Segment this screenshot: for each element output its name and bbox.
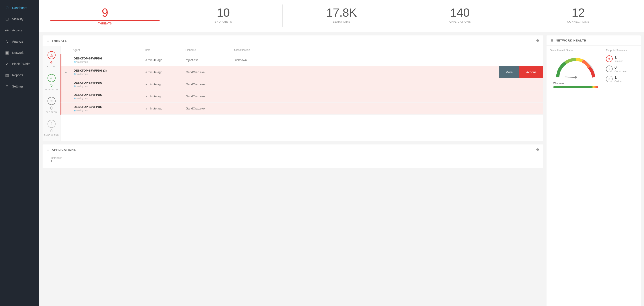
summary-online: ◎ 1 Online (606, 75, 637, 83)
threats-panel-header: ⊞ THREATS ⚙ (42, 36, 543, 46)
table-row[interactable]: DESKTOP-S7VFPDG ⊞ workgroup a minute ago… (60, 90, 543, 103)
expand-icon[interactable]: ▶ (65, 71, 74, 74)
table-row[interactable]: DESKTOP-S7VFPDG ⊞ workgroup a minute ago… (60, 54, 543, 66)
severity-sidebar: ⚠ 4 ACTIVE ✓ 5 MITIGATED ✕ 0 BLOCKED (42, 46, 60, 141)
sidebar-label-analyze: Analyze (12, 40, 23, 43)
stat-behaviors[interactable]: 17.8K BEHAVIORS (282, 5, 401, 27)
sidebar-label-settings: Settings (12, 85, 24, 88)
stat-threats[interactable]: 9 THREATS (46, 5, 164, 27)
svg-line-0 (565, 77, 576, 77)
stat-connections[interactable]: 12 CONNECTIONS (519, 5, 637, 27)
agent-cell: DESKTOP-S7VFPDG ⊞ workgroup (74, 57, 146, 63)
agent-name: DESKTOP-S7VFPDG (74, 57, 146, 60)
threats-panel: ⊞ THREATS ⚙ ⚠ 4 ACTIVE ✓ (42, 36, 543, 141)
filename-cell: GandCrab.exe (186, 71, 235, 74)
online-icon: ◎ (606, 76, 613, 82)
instances-value: 1 (51, 160, 535, 163)
sidebar-item-settings[interactable]: ≡ Settings (0, 81, 39, 92)
network-health-panel: ⊞ NETWORK HEALTH Overall Health Status (546, 36, 641, 306)
col-time: Time (144, 49, 185, 52)
filename-cell: GandCrab.exe (186, 83, 235, 86)
action-buttons: More Actions (499, 66, 543, 78)
endpoint-summary: Endpoint Summary ☣ 1 Infected ↻ 0 Out of… (606, 49, 637, 91)
severity-suspicious[interactable]: ? 0 SUSPICIOUS (42, 117, 60, 139)
behaviors-number: 17.8K (287, 7, 396, 19)
windows-label: Windows (553, 82, 598, 85)
infected-info: 1 Infected (614, 55, 623, 62)
sidebar-label-activity: Activity (12, 29, 22, 32)
threats-title-text: THREATS (52, 39, 67, 42)
stat-endpoints[interactable]: 10 ENDPOINTS (164, 5, 282, 27)
agent-group: ⊞ workgroup (74, 97, 146, 100)
connections-label: CONNECTIONS (524, 20, 633, 23)
table-row[interactable]: DESKTOP-S7VFPDG ⊞ workgroup a minute ago… (60, 103, 543, 115)
sidebar-item-network[interactable]: ▣ Network (0, 47, 39, 58)
sidebar: ⊙ Dashboard ⊡ Visibility ◎ Activity ∿ An… (0, 0, 39, 306)
left-section: ⊞ THREATS ⚙ ⚠ 4 ACTIVE ✓ (39, 32, 546, 306)
network-icon: ▣ (4, 50, 10, 55)
behaviors-label: BEHAVIORS (287, 20, 396, 23)
applications-label: APPLICATIONS (405, 20, 514, 23)
sidebar-item-analyze[interactable]: ∿ Analyze (0, 36, 39, 47)
online-label: Online (614, 80, 622, 83)
mitigated-icon: ✓ (48, 74, 56, 82)
apps-header: ⊞ APPLICATIONS ⚙ (46, 148, 539, 152)
severity-mitigated[interactable]: ✓ 5 MITIGATED (42, 71, 60, 93)
blackwhite-icon: ✓ (4, 62, 10, 66)
sidebar-item-blackwhite[interactable]: ✓ Black / White (0, 58, 39, 70)
apps-title-text: APPLICATIONS (52, 148, 76, 151)
suspicious-label: SUSPICIOUS (44, 134, 59, 136)
sidebar-item-activity[interactable]: ◎ Activity (0, 25, 39, 36)
filename-cell: GandCrab.exe (186, 95, 235, 98)
svg-point-1 (574, 76, 577, 79)
actions-button[interactable]: Actions (520, 66, 543, 78)
severity-active[interactable]: ⚠ 4 ACTIVE (42, 49, 60, 70)
agent-group: ⊞ workgroup (74, 61, 146, 63)
overall-health: Overall Health Status (550, 49, 602, 91)
sidebar-item-reports[interactable]: ▦ Reports (0, 70, 39, 81)
overall-label: Overall Health Status (550, 49, 602, 52)
more-button[interactable]: More (499, 66, 520, 78)
stat-applications[interactable]: 140 APPLICATIONS (401, 5, 519, 27)
suspicious-icon: ? (48, 120, 56, 128)
sidebar-item-visibility[interactable]: ⊡ Visibility (0, 14, 39, 25)
summary-outdate: ↻ 0 Out of date (606, 65, 637, 73)
sidebar-label-network: Network (12, 51, 24, 55)
endpoints-label: ENDPOINTS (169, 20, 278, 23)
active-count: 4 (50, 60, 52, 65)
agent-name: DESKTOP-S7VFPDG (3) (74, 69, 146, 72)
health-bar (553, 86, 598, 88)
analyze-icon: ∿ (4, 39, 10, 44)
active-icon: ⚠ (48, 51, 56, 59)
windows-icon: ⊞ (74, 61, 76, 63)
gauge-svg (553, 55, 598, 81)
mitigated-count: 5 (50, 83, 52, 88)
apps-filter-icon[interactable]: ⚙ (536, 148, 539, 152)
severity-blocked[interactable]: ✕ 0 BLOCKED (42, 94, 60, 116)
table-row[interactable]: ▶ DESKTOP-S7VFPDG (3) ⊞ workgroup a minu… (60, 66, 543, 78)
instances-label: Instances (51, 156, 535, 160)
content-area: ⊞ THREATS ⚙ ⚠ 4 ACTIVE ✓ (39, 32, 644, 306)
col-filename: Filename (185, 49, 234, 52)
threats-filter-icon[interactable]: ⚙ (536, 39, 539, 43)
col-classification: Classification (234, 49, 540, 52)
settings-icon: ≡ (4, 84, 10, 89)
threats-content: ⚠ 4 ACTIVE ✓ 5 MITIGATED ✕ 0 BLOCKED (42, 46, 543, 141)
agent-group: ⊞ workgroup (74, 73, 146, 75)
online-count: 1 (614, 75, 622, 80)
sidebar-item-dashboard[interactable]: ⊙ Dashboard (0, 2, 39, 14)
blocked-label: BLOCKED (46, 111, 57, 113)
threats-title: ⊞ THREATS (46, 39, 67, 43)
endpoint-summary-label: Endpoint Summary (606, 49, 637, 52)
stats-bar: 9 THREATS 10 ENDPOINTS 17.8K BEHAVIORS 1… (39, 0, 644, 32)
gauge-container (553, 55, 598, 80)
blocked-count: 0 (50, 106, 52, 111)
apps-title: ⊞ APPLICATIONS (46, 148, 76, 152)
threats-label: THREATS (50, 20, 160, 25)
agent-name: DESKTOP-S7VFPDG (74, 81, 146, 84)
applications-number: 140 (405, 7, 514, 19)
windows-section: Windows (550, 80, 602, 91)
time-cell: a minute ago (146, 71, 186, 74)
table-row[interactable]: DESKTOP-S7VFPDG ⊞ workgroup a minute ago… (60, 78, 543, 90)
windows-icon: ⊞ (74, 109, 76, 112)
